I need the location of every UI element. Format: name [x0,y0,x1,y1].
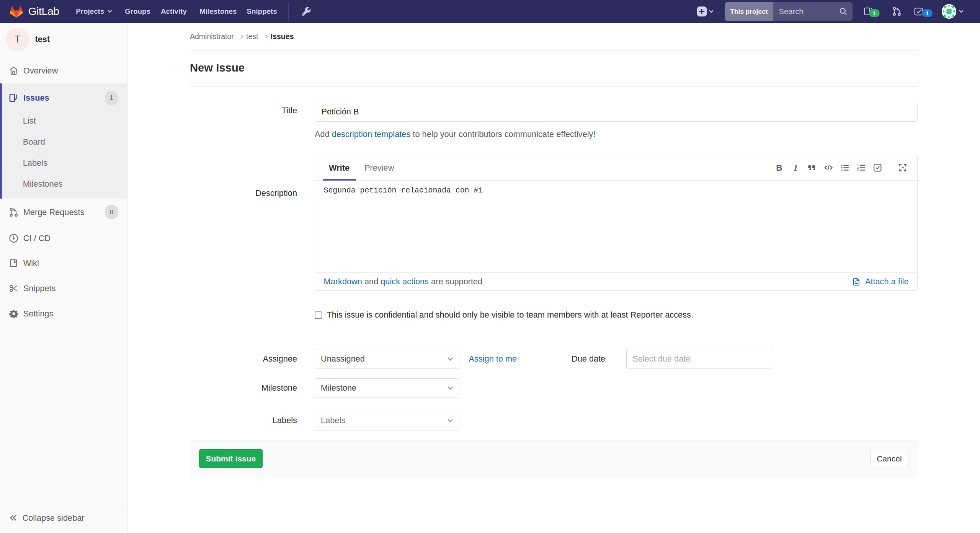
svg-text:3: 3 [857,169,859,172]
svg-text:1: 1 [857,164,859,166]
svg-text:2: 2 [857,166,859,169]
